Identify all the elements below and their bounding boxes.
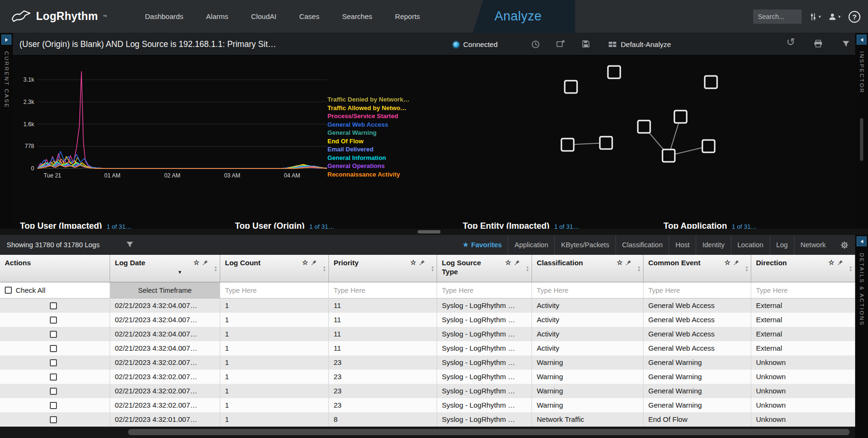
- nav-item-cloudai[interactable]: CloudAI: [240, 0, 288, 33]
- priority-filter-input[interactable]: Type Here: [329, 282, 437, 298]
- help-icon[interactable]: ?: [849, 11, 860, 23]
- expand-inspector-button[interactable]: [857, 35, 867, 45]
- common-event-filter-input[interactable]: Type Here: [644, 282, 751, 298]
- column-header-direction[interactable]: Direction☆▲▼: [751, 255, 855, 282]
- log-row[interactable]: 02/21/2023 4:32:04.007…111Syslog - LogRh…: [0, 313, 855, 327]
- classification-filter-input[interactable]: Type Here: [532, 282, 644, 298]
- graph-node[interactable]: [600, 137, 612, 149]
- inspector-label[interactable]: INSPECTOR: [859, 51, 865, 93]
- nav-item-reports[interactable]: Reports: [383, 0, 431, 33]
- graph-node[interactable]: [608, 66, 620, 78]
- analysis-vscrollbar-thumb[interactable]: [860, 118, 863, 161]
- column-header-actions[interactable]: Actions: [0, 255, 110, 282]
- column-header-common-event[interactable]: Common Event☆▲▼: [644, 255, 751, 282]
- check-all-checkbox[interactable]: [5, 287, 12, 294]
- tab-analyze[interactable]: Analyze: [473, 0, 575, 33]
- legend-item-general-information[interactable]: General Information: [327, 154, 410, 162]
- row-checkbox[interactable]: [50, 317, 57, 324]
- favorite-column-icon[interactable]: ☆: [828, 259, 834, 266]
- row-checkbox[interactable]: [50, 388, 57, 395]
- pin-column-icon[interactable]: [419, 260, 425, 266]
- graph-node[interactable]: [702, 140, 715, 152]
- analysis-hscrollbar[interactable]: [0, 229, 868, 235]
- panel-page-link[interactable]: 1 of 31…: [732, 223, 757, 229]
- legend-item-general-warning[interactable]: General Warning: [327, 129, 410, 137]
- user-menu[interactable]: ▾: [829, 13, 840, 20]
- favorite-column-icon[interactable]: ☆: [410, 259, 416, 266]
- layout-selector[interactable]: Default-Analyze: [608, 33, 671, 56]
- grid-tab-classification[interactable]: Classification: [616, 235, 669, 255]
- legend-item-process-service-started[interactable]: Process/Service Started: [327, 112, 410, 121]
- column-header-log-count[interactable]: Log Count☆▲▼: [220, 255, 329, 282]
- favorite-column-icon[interactable]: ☆: [505, 259, 511, 266]
- save-layout-button[interactable]: [582, 40, 589, 47]
- pin-column-icon[interactable]: [733, 260, 739, 266]
- log-row[interactable]: 02/21/2023 4:32:02.007…123Syslog - LogRh…: [0, 398, 855, 412]
- legend-item-traffic-denied-by-network[interactable]: Traffic Denied by Network…: [327, 95, 410, 104]
- log-count-filter-input[interactable]: Type Here: [220, 282, 329, 298]
- row-checkbox[interactable]: [50, 345, 57, 352]
- row-checkbox[interactable]: [50, 416, 57, 423]
- panel-page-link[interactable]: 1 of 31…: [554, 223, 579, 229]
- graph-node[interactable]: [674, 111, 687, 123]
- undo-icon[interactable]: ↺: [786, 37, 795, 47]
- column-sort-arrows-icon[interactable]: ▲▼: [637, 265, 641, 272]
- legend-item-reconnaissance-activity[interactable]: Reconnaissance Activity: [327, 170, 410, 179]
- column-sort-arrows-icon[interactable]: ▲▼: [745, 265, 748, 272]
- log-row[interactable]: 02/21/2023 4:32:02.007…123Syslog - LogRh…: [0, 370, 855, 384]
- row-checkbox[interactable]: [50, 373, 57, 381]
- legend-item-traffic-allowed-by-network[interactable]: Traffic Allowed by Netwo…: [327, 104, 410, 112]
- direction-filter-input[interactable]: Type Here: [751, 282, 855, 298]
- log-source-type-filter-input[interactable]: Type Here: [437, 282, 532, 298]
- pin-column-icon[interactable]: [514, 260, 520, 266]
- favorite-column-icon[interactable]: ☆: [302, 259, 308, 266]
- grid-tab-location[interactable]: Location: [731, 235, 770, 255]
- log-row[interactable]: 02/21/2023 4:32:01.007…18Syslog - LogRhy…: [0, 412, 855, 427]
- grid-settings-button[interactable]: [840, 241, 849, 249]
- pin-column-icon[interactable]: [837, 260, 843, 266]
- grid-tab-host[interactable]: Host: [669, 235, 696, 255]
- grid-tab-kbytes-packets[interactable]: KBytes/Packets: [554, 235, 616, 255]
- column-header-log-date[interactable]: Log Date☆▲▼▼: [110, 255, 220, 282]
- expand-current-case-button[interactable]: [1, 35, 11, 45]
- grid-tab-application[interactable]: Application: [508, 235, 554, 255]
- graph-node[interactable]: [638, 121, 650, 133]
- print-button[interactable]: [814, 40, 822, 47]
- graph-node[interactable]: [561, 139, 574, 151]
- grid-tab-identity[interactable]: Identity: [696, 235, 731, 255]
- panel-page-link[interactable]: 1 of 31…: [309, 223, 335, 229]
- grid-hscrollbar[interactable]: [0, 427, 855, 438]
- current-case-label[interactable]: CURRENT CASE: [4, 51, 9, 109]
- column-sort-arrows-icon[interactable]: ▲▼: [849, 265, 852, 272]
- row-checkbox[interactable]: [50, 402, 57, 409]
- graph-node[interactable]: [663, 149, 675, 162]
- favorite-column-icon[interactable]: ☆: [724, 259, 730, 266]
- log-row[interactable]: 02/21/2023 4:32:04.007…111Syslog - LogRh…: [0, 341, 855, 355]
- row-checkbox[interactable]: [50, 359, 57, 366]
- column-header-classification[interactable]: Classification☆▲▼: [532, 255, 644, 282]
- favorite-column-icon[interactable]: ☆: [616, 259, 623, 266]
- graph-node[interactable]: [565, 81, 577, 93]
- log-row[interactable]: 02/21/2023 4:32:02.007…123Syslog - LogRh…: [0, 355, 855, 370]
- column-header-log-source-type[interactable]: Log Source Type☆▲▼: [437, 255, 532, 282]
- view-options-menu[interactable]: ▾: [810, 13, 821, 21]
- time-range-button[interactable]: [532, 40, 540, 48]
- filter-button[interactable]: [842, 41, 849, 47]
- panel-page-link[interactable]: 1 of 31…: [107, 223, 132, 229]
- legend-item-end-of-flow[interactable]: End Of Flow: [327, 137, 410, 146]
- search-input[interactable]: [753, 9, 802, 24]
- grid-filter-button[interactable]: [126, 242, 133, 248]
- pop-out-button[interactable]: [556, 40, 565, 47]
- column-sort-arrows-icon[interactable]: ▲▼: [323, 265, 326, 272]
- pin-column-icon[interactable]: [202, 260, 208, 266]
- nav-item-alarms[interactable]: Alarms: [195, 0, 240, 33]
- legend-item-general-web-access[interactable]: General Web Access: [327, 121, 410, 129]
- expand-details-actions-button[interactable]: [857, 236, 867, 246]
- grid-tab-log[interactable]: Log: [770, 235, 794, 255]
- column-sort-arrows-icon[interactable]: ▲▼: [431, 265, 434, 272]
- column-sort-arrows-icon[interactable]: ▲▼: [526, 265, 529, 272]
- pin-column-icon[interactable]: [311, 260, 317, 266]
- log-row[interactable]: 02/21/2023 4:32:02.007…123Syslog - LogRh…: [0, 384, 855, 398]
- row-checkbox[interactable]: [50, 302, 57, 309]
- column-sort-arrows-icon[interactable]: ▲▼: [214, 265, 217, 272]
